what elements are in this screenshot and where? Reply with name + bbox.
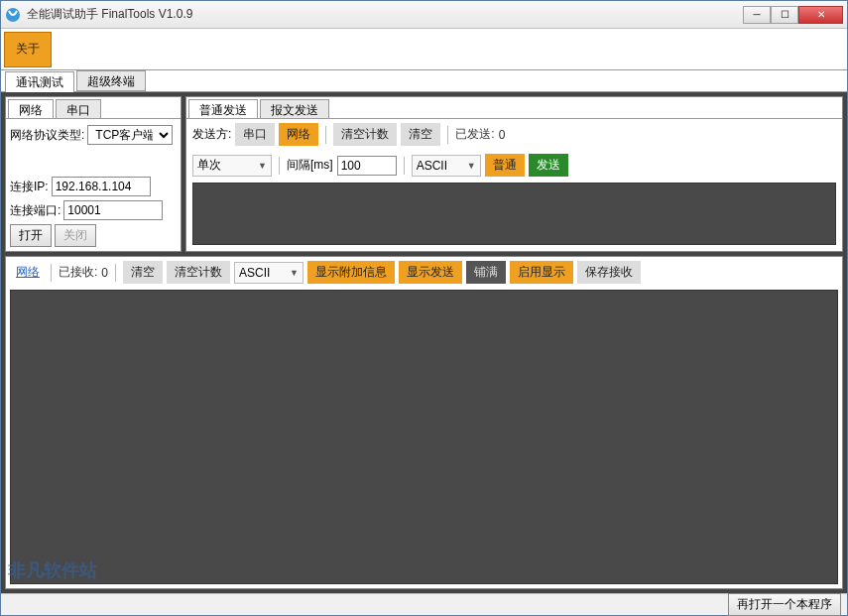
received-label: 已接收: (59, 264, 97, 281)
receive-panel: 网络 已接收: 0 清空 清空计数 ASCII▼ 显示附加信息 显示发送 铺满 … (5, 256, 843, 589)
enable-display-button[interactable]: 启用显示 (510, 261, 573, 284)
divider (325, 126, 326, 144)
tab-serial[interactable]: 串口 (56, 99, 101, 118)
show-send-button[interactable]: 显示发送 (399, 261, 462, 284)
reopen-button[interactable]: 再打开一个本程序 (728, 593, 841, 616)
close-button[interactable]: ✕ (798, 6, 843, 24)
protocol-label: 网络协议类型: (10, 127, 84, 144)
app-icon (5, 7, 21, 23)
show-extra-info-button[interactable]: 显示附加信息 (307, 261, 395, 284)
sent-label: 已发送: (455, 126, 494, 143)
maximize-button[interactable]: ☐ (771, 6, 798, 24)
ip-label: 连接IP: (10, 179, 49, 195)
ip-input[interactable] (52, 177, 151, 196)
normal-button[interactable]: 普通 (485, 154, 525, 177)
sender-label: 发送方: (192, 126, 231, 143)
window-title: 全能调试助手 FinalTools V1.0.9 (27, 6, 743, 23)
tab-super-terminal[interactable]: 超级终端 (76, 70, 146, 91)
sender-serial-button[interactable]: 串口 (235, 123, 275, 146)
open-button[interactable]: 打开 (10, 224, 52, 247)
clear-button[interactable]: 清空 (401, 123, 440, 146)
clear-count-button[interactable]: 清空计数 (333, 123, 397, 146)
recv-clear-button[interactable]: 清空 (123, 261, 163, 284)
close-button-conn[interactable]: 关闭 (55, 224, 96, 247)
port-label: 连接端口: (10, 202, 61, 219)
divider (51, 264, 52, 282)
titlebar: 全能调试助手 FinalTools V1.0.9 ─ ☐ ✕ (1, 1, 847, 29)
recv-clear-count-button[interactable]: 清空计数 (167, 261, 230, 284)
save-receive-button[interactable]: 保存接收 (577, 261, 641, 284)
minimize-button[interactable]: ─ (743, 6, 771, 24)
sender-network-button[interactable]: 网络 (279, 123, 318, 146)
send-panel: 普通发送 报文发送 发送方: 串口 网络 清空计数 清空 已发送: 0 (185, 96, 843, 252)
connection-panel: 网络 串口 网络协议类型: TCP客户端 连接IP: 连接端口: (5, 96, 182, 252)
tab-normal-send[interactable]: 普通发送 (188, 99, 258, 118)
recv-format-select[interactable]: ASCII▼ (234, 262, 303, 284)
about-strip: 关于 (1, 29, 847, 70)
port-input[interactable] (63, 200, 163, 220)
received-value: 0 (101, 266, 108, 280)
format-select[interactable]: ASCII▼ (412, 155, 481, 177)
divider (115, 264, 116, 282)
sent-value: 0 (499, 128, 506, 142)
tab-packet-send[interactable]: 报文发送 (260, 99, 329, 118)
send-button[interactable]: 发送 (529, 154, 568, 177)
divider (279, 157, 280, 175)
fill-button[interactable]: 铺满 (466, 261, 506, 284)
protocol-select[interactable]: TCP客户端 (87, 125, 173, 145)
interval-input[interactable] (337, 156, 397, 176)
tab-network[interactable]: 网络 (8, 99, 54, 118)
divider (447, 126, 448, 144)
main-tabs: 通讯测试 超级终端 (1, 70, 847, 92)
send-textarea[interactable] (192, 183, 836, 245)
recv-network-link[interactable]: 网络 (12, 264, 44, 281)
tab-comm-test[interactable]: 通讯测试 (5, 71, 74, 92)
interval-label: 间隔[ms] (287, 157, 333, 174)
receive-textarea[interactable] (10, 290, 838, 584)
about-button[interactable]: 关于 (4, 32, 52, 67)
mode-select[interactable]: 单次▼ (192, 155, 272, 177)
statusbar: 再打开一个本程序 (1, 593, 847, 615)
divider (404, 157, 405, 175)
